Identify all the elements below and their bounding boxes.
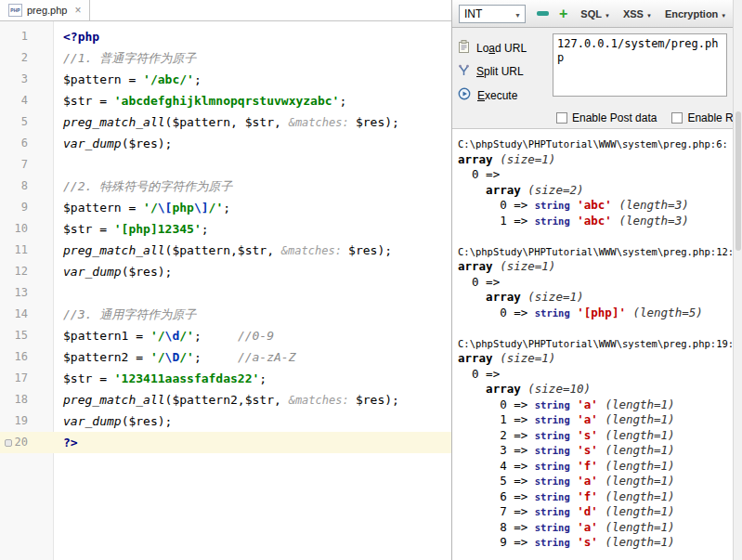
add-payload-icon[interactable] xyxy=(559,7,567,21)
line-number: 13 xyxy=(0,282,28,304)
line-number: 11 xyxy=(0,240,28,261)
load-url-button[interactable]: Load URL xyxy=(458,40,547,56)
code-line: 4$str = 'abcdefghijklmnopqrstuvwxyzabc'; xyxy=(0,90,451,111)
code-line: 19var_dump($res); xyxy=(0,410,451,432)
code-line: 16$pattern2 = '/\D/'; //a-zA-Z xyxy=(0,346,451,368)
line-number: 14 xyxy=(0,304,28,325)
code-editor[interactable]: 1<?php2//1. 普通字符作为原子3$pattern = '/abc/';… xyxy=(0,21,451,560)
code-line: 2//1. 普通字符作为原子 xyxy=(0,47,451,69)
chevron-down-icon xyxy=(644,8,652,20)
php-file-icon: PHP xyxy=(8,4,22,17)
line-number: 8 xyxy=(0,176,28,197)
chevron-down-icon xyxy=(602,8,610,20)
output-line: 6 => string 'f' (length=1) xyxy=(458,489,733,505)
load-url-label: Load URL xyxy=(476,42,527,55)
execute-button[interactable]: Execute xyxy=(458,87,547,103)
line-number: 3 xyxy=(0,69,28,90)
enable-post-data-checkbox[interactable] xyxy=(556,112,567,124)
output-line: 0 => xyxy=(458,367,733,383)
tab-preg-php[interactable]: PHP preg.php × xyxy=(0,0,90,20)
code-line: 17$str = '123411aassfafdas22'; xyxy=(0,368,451,389)
code-line: 11preg_match_all($pattern,$str, &matches… xyxy=(0,240,451,261)
tab-label: preg.php xyxy=(27,5,67,16)
menu-encryption-label: Encryption xyxy=(665,8,718,20)
line-number: 17 xyxy=(0,368,28,389)
output-line: 0 => string 'a' (length=1) xyxy=(458,397,733,413)
scrollbar-thumb[interactable] xyxy=(735,111,741,251)
line-number: 19 xyxy=(0,410,28,432)
split-url-label: Split URL xyxy=(476,65,524,78)
options-row: Enable Post data Enable R xyxy=(452,107,733,129)
line-number: 15 xyxy=(0,325,28,346)
output-area[interactable]: C:\phpStudy\PHPTutorial\WWW\system\preg.… xyxy=(452,129,733,560)
output-line: array (size=1) xyxy=(458,351,733,367)
menu-xss[interactable]: XSS xyxy=(623,8,652,20)
output-line: 1 => string 'abc' (length=3) xyxy=(458,214,733,229)
enable-referrer-checkbox[interactable] xyxy=(671,112,683,124)
output-line: 3 => string 's' (length=1) xyxy=(458,443,733,459)
payload-select-value: INT xyxy=(464,7,482,20)
code-line: 9$pattern = '/\[php\]/'; xyxy=(0,197,451,218)
output-line: C:\phpStudy\PHPTutorial\WWW\system\preg.… xyxy=(458,336,733,352)
output-line: 0 => string '[php]' (length=5) xyxy=(458,306,733,321)
output-line: ​ xyxy=(458,320,733,336)
output-line: array (size=10) xyxy=(458,382,733,397)
enable-post-data-option[interactable]: Enable Post data xyxy=(556,111,657,124)
split-url-icon xyxy=(458,64,470,79)
line-number: 18 xyxy=(0,389,28,410)
output-line: 7 => string 'd' (length=1) xyxy=(458,504,733,520)
code-line: 14//3. 通用字符作为原子 xyxy=(0,304,451,325)
line-number: 9 xyxy=(0,197,28,218)
hackbar-buttons: Load URL Split URL Execute xyxy=(458,33,547,103)
gutter-icon xyxy=(5,439,12,447)
output-line: 9 => string 's' (length=1) xyxy=(458,535,733,551)
code-line: 6var_dump($res); xyxy=(0,133,451,154)
code-line: 12var_dump($res); xyxy=(0,261,451,282)
scrollbar[interactable] xyxy=(733,0,742,560)
payload-select[interactable]: INT xyxy=(459,5,526,23)
output-line: 1 => string 'a' (length=1) xyxy=(458,412,733,428)
output-line: array (size=2) xyxy=(458,183,733,199)
enable-referrer-option[interactable]: Enable R xyxy=(671,111,733,124)
menu-encryption[interactable]: Encryption xyxy=(665,8,726,20)
output-line: 2 => string 's' (length=1) xyxy=(458,428,733,444)
line-number: 6 xyxy=(0,133,28,154)
output-line: 0 => string 'abc' (length=3) xyxy=(458,198,733,214)
editor-tab-bar: PHP preg.php × xyxy=(0,0,451,21)
output-line: C:\phpStudy\PHPTutorial\WWW\system\preg.… xyxy=(458,244,733,260)
enable-referrer-label: Enable R xyxy=(687,111,733,124)
line-number: 2 xyxy=(0,47,28,69)
line-number: 16 xyxy=(0,346,28,368)
app-window: PHP preg.php × 1<?php2//1. 普通字符作为原子3$pat… xyxy=(0,0,742,560)
url-input[interactable]: 127.0.0.1/system/preg.php xyxy=(553,33,727,97)
line-number: 5 xyxy=(0,111,28,133)
code-line: 20?> xyxy=(0,432,451,453)
chevron-down-icon[interactable] xyxy=(511,7,525,20)
editor-pane: PHP preg.php × 1<?php2//1. 普通字符作为原子3$pat… xyxy=(0,0,452,560)
load-url-icon xyxy=(458,40,470,56)
output-line: ​ xyxy=(458,228,733,244)
output-line: 5 => string 'a' (length=1) xyxy=(458,474,733,489)
code-line: 3$pattern = '/abc/'; xyxy=(0,69,451,90)
split-url-button[interactable]: Split URL xyxy=(458,64,547,79)
close-tab-icon[interactable]: × xyxy=(74,5,81,16)
execute-label: Execute xyxy=(477,89,517,102)
output-line: 0 => xyxy=(458,275,733,291)
chevron-down-icon xyxy=(718,8,726,20)
line-number: 10 xyxy=(0,218,28,240)
output-line: 0 => xyxy=(458,167,733,183)
code-line: 8//2. 特殊符号的字符作为原子 xyxy=(0,176,451,197)
code-line: 10$str = '[php]12345'; xyxy=(0,218,451,240)
output-line: array (size=1) xyxy=(458,259,733,275)
request-section: Load URL Split URL Execute 127.0.0.1/sys… xyxy=(452,28,733,107)
code-line: 18preg_match_all($pattern2,$str, &matche… xyxy=(0,389,451,410)
code-line: 13​ xyxy=(0,282,451,304)
menu-sql[interactable]: SQL xyxy=(580,8,610,20)
execute-icon xyxy=(458,87,471,103)
remove-payload-icon[interactable] xyxy=(537,11,549,16)
output-line: 4 => string 'f' (length=1) xyxy=(458,459,733,475)
line-number: 1 xyxy=(0,26,28,47)
code-line: 7​ xyxy=(0,154,451,176)
menu-xss-label: XSS xyxy=(623,8,644,20)
line-number: 12 xyxy=(0,261,28,282)
